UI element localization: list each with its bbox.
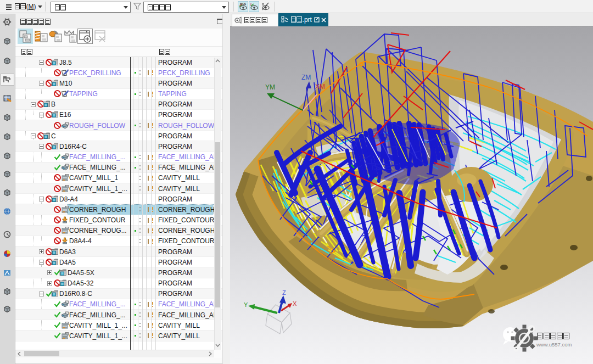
- svg-text:ZM: ZM: [301, 74, 311, 81]
- svg-text:XM: XM: [315, 83, 325, 91]
- svg-text:YM: YM: [265, 83, 275, 91]
- svg-text:X: X: [293, 300, 297, 307]
- svg-text:Z: Z: [282, 289, 286, 296]
- svg-text:Y: Y: [244, 301, 248, 308]
